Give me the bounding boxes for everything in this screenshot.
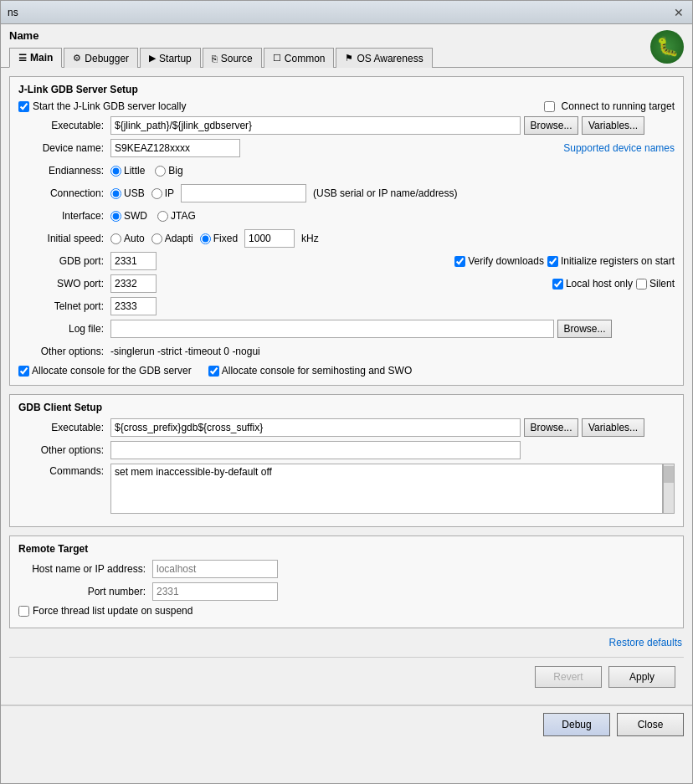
executable-variables-button[interactable]: Variables...: [582, 116, 644, 135]
port-row: Port number:: [18, 582, 675, 601]
client-variables-button[interactable]: Variables...: [582, 418, 644, 437]
client-executable-label: Executable:: [18, 422, 110, 433]
log-file-browse-button[interactable]: Browse...: [557, 320, 612, 338]
tab-os-awareness[interactable]: ⚑ OS Awareness: [336, 48, 432, 68]
telnet-port-input[interactable]: [110, 297, 157, 315]
allocate-console-checkbox[interactable]: [18, 366, 29, 377]
port-label: Port number:: [18, 586, 152, 597]
gdb-port-input[interactable]: [110, 252, 157, 270]
debug-button[interactable]: Debug: [543, 713, 610, 736]
other-options-label: Other options:: [18, 346, 110, 357]
apply-button[interactable]: Apply: [608, 666, 675, 688]
local-host-only-group: Local host only: [552, 278, 633, 290]
client-executable-row: Executable: Browse... Variables...: [18, 418, 675, 437]
endianness-little-label: Little: [124, 165, 145, 177]
start-connect-row: Start the J-Link GDB server locally Conn…: [18, 100, 675, 112]
endianness-little-radio[interactable]: [110, 166, 121, 177]
tab-startup[interactable]: ▶ Startup: [140, 48, 201, 68]
client-executable-input[interactable]: [110, 418, 521, 437]
client-other-options-input[interactable]: [110, 441, 521, 459]
executable-label: Executable:: [18, 120, 110, 131]
executable-browse-button[interactable]: Browse...: [524, 116, 578, 135]
connect-running-group: Connect to running target: [544, 100, 675, 112]
commands-label: Commands:: [18, 465, 110, 477]
connection-usb-radio[interactable]: [110, 188, 121, 199]
speed-fixed-label: Fixed: [213, 233, 238, 244]
remote-target-section: Remote Target Host name or IP address: P…: [9, 535, 684, 628]
telnet-port-label: Telnet port:: [18, 300, 110, 312]
endianness-row: Endianness: Little Big: [18, 161, 675, 180]
speed-auto-item: Auto: [110, 233, 145, 244]
speed-group: Auto Adapti Fixed kHz: [110, 229, 319, 248]
client-browse-button[interactable]: Browse...: [524, 418, 578, 437]
dialog-name-label: Name: [9, 29, 38, 42]
swo-port-group: SWO port:: [18, 274, 157, 293]
speed-adaptive-item: Adapti: [151, 233, 193, 244]
device-name-input[interactable]: [110, 139, 240, 157]
port-input[interactable]: [152, 582, 278, 601]
verify-downloads-label: Verify downloads: [468, 255, 544, 267]
connection-ip-label: IP: [165, 187, 174, 199]
connection-ip-input[interactable]: [181, 184, 306, 202]
log-file-label: Log file:: [18, 323, 110, 335]
revert-button[interactable]: Revert: [535, 666, 602, 688]
host-label: Host name or IP address:: [18, 563, 152, 575]
speed-adaptive-radio[interactable]: [151, 233, 162, 244]
start-jlink-checkbox[interactable]: [18, 101, 29, 112]
restore-defaults-link[interactable]: Restore defaults: [609, 637, 682, 648]
interface-group: SWD JTAG: [110, 210, 196, 222]
common-tab-icon: ☐: [273, 53, 281, 64]
force-thread-checkbox[interactable]: [18, 606, 29, 617]
initialize-registers-checkbox[interactable]: [547, 256, 558, 267]
swo-port-input[interactable]: [110, 274, 157, 293]
tab-debugger[interactable]: ⚙ Debugger: [64, 48, 138, 68]
speed-auto-radio[interactable]: [110, 233, 121, 244]
log-file-row: Log file: Browse...: [18, 320, 675, 338]
host-row: Host name or IP address:: [18, 560, 675, 578]
gdb-port-label: GDB port:: [18, 255, 110, 267]
supported-device-names-link[interactable]: Supported device names: [563, 142, 675, 154]
close-window-button[interactable]: ✕: [672, 6, 685, 19]
speed-value-input[interactable]: [244, 229, 295, 248]
connect-running-checkbox[interactable]: [544, 101, 555, 112]
commands-wrapper: [110, 464, 675, 514]
local-host-only-checkbox[interactable]: [552, 279, 563, 290]
swo-port-right-checks: Local host only Silent: [552, 278, 675, 290]
connect-running-label: Connect to running target: [562, 100, 675, 112]
speed-adaptive-label: Adapti: [165, 233, 193, 244]
verify-downloads-checkbox[interactable]: [454, 256, 465, 267]
silent-checkbox[interactable]: [636, 279, 647, 290]
client-other-options-row: Other options:: [18, 441, 675, 459]
tab-main[interactable]: ☰ Main: [9, 48, 62, 68]
executable-row: Executable: Browse... Variables...: [18, 116, 675, 135]
initialize-registers-group: Initialize registers on start: [547, 255, 675, 267]
executable-input[interactable]: [110, 116, 521, 135]
connection-row: Connection: USB IP (USB serial or IP nam…: [18, 184, 675, 202]
log-file-input[interactable]: [110, 320, 554, 338]
tab-source[interactable]: ⎘ Source: [203, 48, 262, 68]
jlink-section: J-Link GDB Server Setup Start the J-Link…: [9, 76, 684, 386]
tab-common[interactable]: ☐ Common: [264, 48, 335, 68]
interface-jtag-radio[interactable]: [157, 211, 168, 222]
connection-ip-radio[interactable]: [151, 188, 162, 199]
remote-target-title: Remote Target: [18, 543, 675, 555]
commands-scrollbar[interactable]: [663, 464, 675, 514]
close-button[interactable]: Close: [617, 713, 684, 736]
speed-fixed-radio[interactable]: [200, 233, 211, 244]
allocate-semihosting-label: Allocate console for semihosting and SWO: [222, 365, 412, 377]
content-area: J-Link GDB Server Setup Start the J-Link…: [1, 68, 692, 705]
endianness-group: Little Big: [110, 165, 183, 177]
interface-swd-radio[interactable]: [110, 211, 121, 222]
main-tab-icon: ☰: [18, 53, 27, 64]
connection-usb-label: USB: [124, 187, 145, 199]
allocate-semihosting-group: Allocate console for semihosting and SWO: [208, 365, 412, 377]
allocate-semihosting-checkbox[interactable]: [208, 366, 219, 377]
host-input[interactable]: [152, 560, 278, 578]
commands-textarea[interactable]: [110, 464, 663, 514]
endianness-big-radio[interactable]: [155, 166, 166, 177]
tab-common-label: Common: [285, 53, 326, 64]
tab-startup-label: Startup: [159, 53, 192, 64]
silent-label: Silent: [649, 278, 675, 290]
footer-buttons: Debug Close: [1, 705, 692, 743]
telnet-port-row: Telnet port:: [18, 297, 675, 315]
